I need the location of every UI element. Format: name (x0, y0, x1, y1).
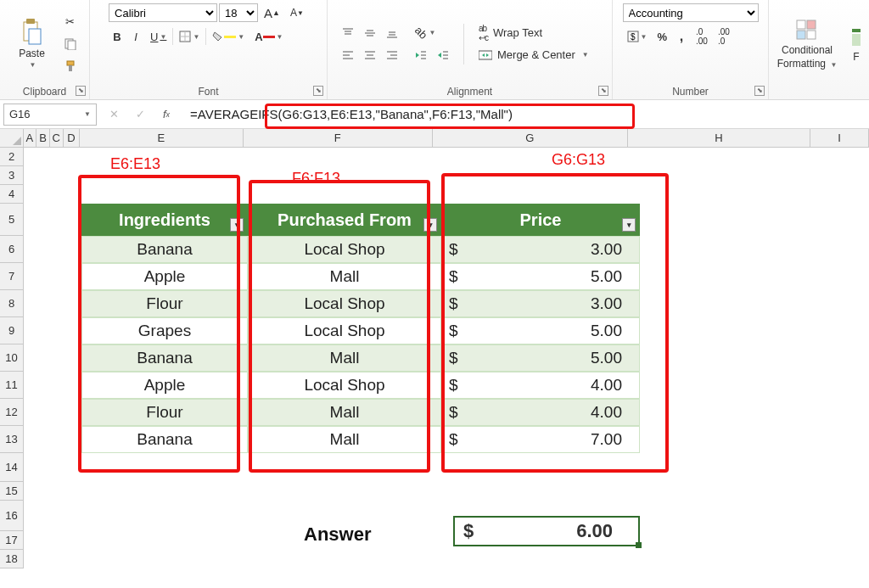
format-as-table-button[interactable]: F (850, 13, 862, 76)
row-header-12[interactable]: 12 (0, 399, 24, 426)
row-header-17[interactable]: 17 (0, 531, 24, 550)
increase-font-button[interactable]: A▲ (260, 3, 284, 22)
paste-button[interactable]: Paste ▼ (9, 13, 55, 76)
underline-button[interactable]: U▼ (146, 27, 171, 46)
table-cell-purchased[interactable]: Mall (248, 426, 441, 453)
column-header-E[interactable]: E (80, 129, 243, 147)
align-bottom-button[interactable] (382, 24, 402, 42)
align-left-button[interactable] (338, 46, 358, 64)
align-center-button[interactable] (360, 46, 380, 64)
table-cell-price[interactable]: $5.00 (441, 263, 640, 290)
decrease-indent-button[interactable] (411, 46, 431, 64)
select-all-button[interactable] (0, 129, 24, 147)
column-header-D[interactable]: D (64, 129, 81, 147)
align-top-button[interactable] (338, 24, 358, 42)
filter-button[interactable]: ▾ (622, 218, 636, 232)
column-header-C[interactable]: C (50, 129, 64, 147)
font-dialog-launcher[interactable]: ⬊ (313, 86, 323, 96)
name-box[interactable]: G16 ▼ (3, 104, 97, 126)
decrease-font-button[interactable]: A▼ (286, 3, 308, 22)
row-header-13[interactable]: 13 (0, 426, 24, 453)
table-cell-purchased[interactable]: Local Shop (248, 372, 441, 399)
decrease-decimal-button[interactable]: .00.0 (714, 27, 734, 46)
table-cell-purchased[interactable]: Mall (248, 344, 441, 372)
column-header-H[interactable]: H (628, 129, 811, 147)
fill-color-button[interactable]: ▼ (208, 27, 249, 46)
row-header-3[interactable]: 3 (0, 166, 24, 185)
column-header-F[interactable]: F (244, 129, 434, 147)
borders-button[interactable]: ▼ (175, 27, 204, 46)
table-cell-ingredient[interactable]: Banana (81, 236, 248, 263)
table-cell-ingredient[interactable]: Banana (81, 344, 248, 372)
comma-button[interactable]: , (673, 27, 690, 46)
row-header-6[interactable]: 6 (0, 236, 24, 263)
table-cell-price[interactable]: $5.00 (441, 344, 640, 372)
bold-button[interactable]: B (109, 27, 126, 46)
column-header-G[interactable]: G (433, 129, 627, 147)
font-color-button[interactable]: A▼ (250, 27, 287, 46)
table-cell-ingredient[interactable]: Banana (81, 426, 248, 453)
number-format-select[interactable]: Accounting (623, 3, 759, 22)
conditional-formatting-button[interactable]: Conditional Formatting ▼ (769, 13, 845, 76)
align-middle-button[interactable] (360, 24, 380, 42)
merge-center-button[interactable]: Merge & Center ▼ (474, 46, 602, 64)
table-cell-ingredient[interactable]: Apple (81, 263, 248, 290)
copy-button[interactable] (60, 35, 81, 53)
column-header-B[interactable]: B (36, 129, 50, 147)
wrap-text-button[interactable]: ab↩c Wrap Text (474, 24, 602, 42)
enter-formula-button[interactable]: ✓ (132, 105, 149, 124)
number-dialog-launcher[interactable]: ⬊ (754, 86, 765, 96)
cancel-formula-button[interactable]: ✕ (105, 105, 123, 124)
italic-button[interactable]: I (127, 27, 144, 46)
row-header-8[interactable]: 8 (0, 290, 24, 317)
alignment-dialog-launcher[interactable]: ⬊ (598, 86, 608, 96)
table-cell-ingredient[interactable]: Apple (81, 372, 248, 399)
clipboard-dialog-launcher[interactable]: ⬊ (76, 86, 86, 96)
table-header-purchased[interactable]: Purchased From▾ (248, 204, 441, 236)
row-header-2[interactable]: 2 (0, 148, 24, 166)
table-cell-purchased[interactable]: Mall (248, 399, 441, 426)
row-header-9[interactable]: 9 (0, 317, 24, 344)
answer-cell[interactable]: $ 6.00 (453, 516, 640, 546)
column-header-I[interactable]: I (810, 129, 869, 147)
table-cell-ingredient[interactable]: Grapes (81, 317, 248, 344)
table-header-price[interactable]: Price▾ (441, 204, 640, 236)
format-painter-button[interactable] (60, 57, 81, 76)
table-cell-price[interactable]: $4.00 (441, 372, 640, 399)
table-cell-ingredient[interactable]: Flour (81, 290, 248, 317)
row-header-5[interactable]: 5 (0, 204, 24, 236)
worksheet-grid[interactable]: ABCDEFGHI 23456789101112131415161718 Ing… (0, 129, 869, 588)
row-header-18[interactable]: 18 (0, 550, 24, 568)
font-name-select[interactable]: Calibri (109, 3, 217, 22)
orientation-button[interactable]: ab▼ (411, 24, 440, 42)
table-cell-price[interactable]: $3.00 (441, 236, 640, 263)
table-cell-price[interactable]: $4.00 (441, 399, 640, 426)
increase-decimal-button[interactable]: .0.00 (692, 27, 712, 46)
fill-handle[interactable] (636, 542, 642, 548)
table-header-ing[interactable]: Ingredients▾ (81, 204, 248, 236)
filter-button[interactable]: ▾ (423, 218, 437, 232)
accounting-format-button[interactable]: $▼ (623, 27, 652, 46)
cut-button[interactable]: ✂ (60, 13, 81, 31)
row-header-7[interactable]: 7 (0, 263, 24, 290)
align-right-button[interactable] (382, 46, 402, 64)
increase-indent-button[interactable] (433, 46, 453, 64)
table-cell-purchased[interactable]: Mall (248, 263, 441, 290)
table-cell-price[interactable]: $5.00 (441, 317, 640, 344)
table-cell-price[interactable]: $3.00 (441, 290, 640, 317)
row-header-11[interactable]: 11 (0, 372, 24, 399)
cells-area[interactable]: Ingredients▾Purchased From▾Price▾BananaL… (24, 148, 869, 588)
filter-button[interactable]: ▾ (230, 218, 244, 232)
row-header-15[interactable]: 15 (0, 482, 24, 501)
table-cell-ingredient[interactable]: Flour (81, 399, 248, 426)
insert-function-button[interactable]: fx (158, 105, 175, 124)
row-header-16[interactable]: 16 (0, 501, 24, 531)
row-header-4[interactable]: 4 (0, 185, 24, 204)
font-size-select[interactable]: 18 (219, 3, 258, 22)
percent-button[interactable]: % (653, 27, 671, 46)
table-cell-purchased[interactable]: Local Shop (248, 317, 441, 344)
row-header-14[interactable]: 14 (0, 453, 24, 482)
table-cell-price[interactable]: $7.00 (441, 426, 640, 453)
formula-input[interactable] (183, 102, 869, 127)
table-cell-purchased[interactable]: Local Shop (248, 290, 441, 317)
